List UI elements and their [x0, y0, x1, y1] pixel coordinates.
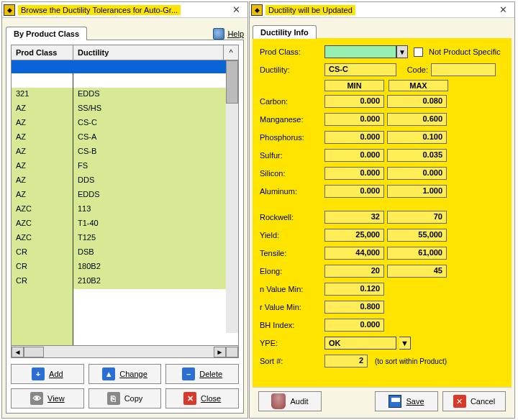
- manganese-min[interactable]: 0.000: [324, 113, 384, 126]
- sulfur-max[interactable]: 0.035: [387, 149, 447, 162]
- cell[interactable]: DDS: [73, 174, 238, 188]
- cell[interactable]: T125: [73, 232, 238, 246]
- phosphorus-min[interactable]: 0.000: [324, 131, 384, 144]
- data-area: 321 AZ AZ AZ AZ AZ AZ AZ AZC AZC AZC CR: [12, 73, 238, 345]
- cell[interactable]: AZ: [12, 102, 73, 117]
- row-tensile: Tensile: 44,000 61,000: [260, 245, 504, 261]
- aluminum-min[interactable]: 0.000: [324, 185, 384, 198]
- audit-button[interactable]: Audit: [258, 391, 322, 411]
- row-yield: Yield: 25,000 55,000: [260, 227, 504, 243]
- cell[interactable]: EDDS: [73, 88, 238, 102]
- ductility-input[interactable]: CS-C: [324, 63, 396, 76]
- nval-input[interactable]: 0.120: [324, 283, 384, 296]
- cell[interactable]: CS-C: [73, 117, 238, 131]
- cell[interactable]: AZ: [12, 131, 73, 145]
- elong-min[interactable]: 20: [324, 265, 384, 278]
- rval-input[interactable]: 0.800: [324, 301, 384, 314]
- cell[interactable]: AZ: [12, 188, 73, 203]
- code-input[interactable]: [431, 63, 496, 76]
- audit-icon: [271, 393, 286, 409]
- cell[interactable]: AZC: [12, 217, 73, 232]
- tab-ductility-info[interactable]: Ductility Info: [253, 25, 317, 39]
- yield-min[interactable]: 25,000: [324, 229, 384, 242]
- sulfur-min[interactable]: 0.000: [324, 149, 384, 162]
- label-rockwell: Rockwell:: [260, 213, 322, 222]
- app-icon: ◆: [251, 4, 263, 16]
- elong-max[interactable]: 45: [387, 265, 447, 278]
- chevron-down-icon[interactable]: ▼: [396, 45, 408, 58]
- cell[interactable]: 180B2: [73, 260, 238, 275]
- close-icon[interactable]: ✕: [226, 4, 246, 17]
- close-icon[interactable]: ✕: [493, 4, 513, 17]
- change-button[interactable]: ▲ Change: [88, 364, 162, 384]
- save-icon: [388, 395, 401, 408]
- delete-button[interactable]: – Delete: [165, 364, 239, 384]
- cell[interactable]: FS: [73, 160, 238, 174]
- label-yield: Yield:: [260, 231, 322, 239]
- cell[interactable]: 321: [12, 88, 73, 102]
- carbon-max[interactable]: 0.080: [387, 95, 447, 108]
- scroll-right-icon[interactable]: ►: [214, 347, 226, 357]
- rockwell-min[interactable]: 32: [324, 211, 384, 224]
- cell[interactable]: 113: [73, 203, 238, 217]
- cell[interactable]: CS-A: [73, 131, 238, 145]
- cell[interactable]: CR: [12, 246, 73, 260]
- cell[interactable]: CR: [12, 260, 73, 275]
- copy-button[interactable]: ⎘ Copy: [88, 388, 162, 408]
- cell[interactable]: AZC: [12, 203, 73, 217]
- header-sort-icon[interactable]: ^: [224, 45, 238, 60]
- scroll-thumb[interactable]: [226, 60, 238, 104]
- cell[interactable]: 210B2: [73, 275, 238, 289]
- aluminum-max[interactable]: 1.000: [387, 185, 447, 198]
- list-body[interactable]: 321 AZ AZ AZ AZ AZ AZ AZ AZC AZC AZC CR: [12, 60, 238, 345]
- prod-class-value[interactable]: [324, 45, 396, 58]
- sort-hint: (to sort within Product): [375, 357, 447, 365]
- sort-input[interactable]: 2: [324, 355, 368, 368]
- label-bh: BH Index:: [260, 321, 322, 329]
- hscroll-thumb[interactable]: [24, 347, 44, 357]
- cell[interactable]: CR: [12, 275, 73, 289]
- manganese-max[interactable]: 0.600: [387, 113, 447, 126]
- cell[interactable]: AZC: [12, 232, 73, 246]
- cell[interactable]: SS/HS: [73, 102, 238, 117]
- rockwell-max[interactable]: 70: [387, 211, 447, 224]
- yield-max[interactable]: 55,000: [387, 229, 447, 242]
- chevron-down-icon[interactable]: ▼: [399, 337, 411, 350]
- not-specific-checkbox[interactable]: [414, 47, 423, 57]
- label-aluminum: Aluminum:: [260, 187, 322, 196]
- col2-cells: EDDS SS/HS CS-C CS-A CS-B FS DDS EDDS 11…: [73, 73, 238, 345]
- tensile-min[interactable]: 44,000: [324, 247, 384, 260]
- cell[interactable]: AZ: [12, 117, 73, 131]
- help-link[interactable]: Help: [213, 28, 244, 40]
- save-button[interactable]: Save: [375, 391, 438, 411]
- cell[interactable]: DSB: [73, 246, 238, 260]
- cell[interactable]: AZ: [12, 174, 73, 188]
- ype-dropdown[interactable]: OK: [324, 337, 396, 350]
- close-button[interactable]: ✕ Close: [165, 388, 239, 408]
- cell[interactable]: CS-B: [73, 145, 238, 160]
- silicon-max[interactable]: 0.000: [387, 167, 447, 180]
- cell[interactable]: T1-40: [73, 217, 238, 232]
- view-button[interactable]: 👁 View: [11, 388, 84, 408]
- col-ductility[interactable]: Ductility: [73, 45, 224, 60]
- silicon-min[interactable]: 0.000: [324, 167, 384, 180]
- cell[interactable]: AZ: [12, 145, 73, 160]
- vertical-scrollbar[interactable]: [226, 60, 238, 333]
- col-prod-class[interactable]: Prod Class: [12, 45, 73, 60]
- carbon-min[interactable]: 0.000: [324, 95, 384, 108]
- scroll-left-icon[interactable]: ◄: [12, 347, 24, 357]
- tensile-max[interactable]: 61,000: [387, 247, 447, 260]
- cancel-button[interactable]: ✕ Cancel: [442, 391, 506, 411]
- cell[interactable]: AZ: [12, 160, 73, 174]
- label-ductility: Ductility:: [260, 65, 322, 74]
- header-max: MAX: [388, 80, 448, 91]
- cell[interactable]: EDDS: [73, 188, 238, 203]
- tab-by-product-class[interactable]: By Product Class: [6, 27, 87, 40]
- prod-class-dropdown[interactable]: ▼: [324, 45, 408, 58]
- label-sort: Sort #:: [260, 357, 322, 365]
- horizontal-scrollbar[interactable]: ◄ ►: [12, 345, 238, 357]
- add-button[interactable]: + Add: [11, 364, 84, 384]
- bh-input[interactable]: 0.000: [324, 319, 384, 332]
- phosphorus-max[interactable]: 0.100: [387, 131, 447, 144]
- selected-row[interactable]: [12, 60, 238, 73]
